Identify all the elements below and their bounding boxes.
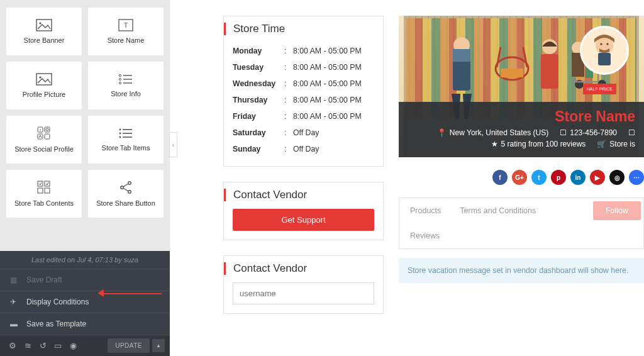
instagram-icon[interactable]: ◎	[609, 170, 625, 185]
svg-text:f: f	[40, 128, 41, 132]
store-name-title: Store Name	[408, 108, 635, 125]
contact-vendor-panel: Contact Vendor Get Support	[223, 182, 384, 240]
widget-store-share[interactable]: Store Share Button	[88, 170, 164, 218]
store-time-panel: Store Time Monday:8:00 AM - 05:00 PMTues…	[223, 16, 384, 167]
widget-store-banner[interactable]: Store Banner	[6, 8, 82, 55]
tab-reviews[interactable]: Reviews	[402, 226, 448, 246]
responsive-icon[interactable]: ▭	[50, 341, 65, 350]
widget-label: Store Tab Items	[102, 144, 150, 152]
time-row: Sunday:Off Day	[233, 141, 374, 157]
username-input[interactable]	[233, 282, 374, 304]
follow-button[interactable]: Follow	[593, 201, 641, 220]
widget-store-tab-contents[interactable]: Store Tab Contents	[6, 170, 82, 218]
time-row: Thursday:8:00 AM - 05:00 PM	[233, 92, 374, 108]
svg-point-20	[119, 133, 121, 135]
svg-rect-49	[598, 53, 611, 65]
widget-label: Store Banner	[24, 36, 65, 44]
history-icon[interactable]: ↺	[35, 341, 50, 350]
widget-profile-picture[interactable]: Profile Picture	[6, 62, 82, 109]
youtube-icon[interactable]: ▶	[590, 170, 605, 185]
widget-store-social[interactable]: f Store Social Profile	[6, 116, 82, 164]
time-day: Wednesday	[233, 79, 284, 88]
tab-products[interactable]: Products	[402, 201, 449, 221]
grid-icon	[37, 181, 51, 194]
settings-icon[interactable]: ⚙	[5, 341, 20, 350]
star-icon: ★	[491, 140, 498, 148]
twitter-icon[interactable]: t	[531, 170, 547, 185]
display-conditions-button[interactable]: ✈ Display Conditions	[0, 291, 170, 313]
store-tabs-row: Products Terms and Conditions Follow Rev…	[399, 197, 644, 249]
preview-left-column: Store Time Monday:8:00 AM - 05:00 PMTues…	[223, 16, 384, 340]
linkedin-icon[interactable]: in	[570, 170, 586, 185]
save-icon: ▦	[10, 275, 21, 284]
update-options-button[interactable]: ▲	[152, 339, 165, 352]
time-hours: 8:00 AM - 05:00 PM	[293, 63, 362, 72]
pinterest-icon[interactable]: p	[551, 170, 566, 185]
svg-rect-0	[36, 19, 52, 31]
svg-point-8	[119, 78, 121, 80]
time-hours: 8:00 AM - 05:00 PM	[293, 47, 362, 55]
panel-title: Store Time	[224, 23, 374, 35]
svg-rect-14	[45, 127, 50, 132]
widget-label: Profile Picture	[23, 91, 65, 98]
widget-label: Store Share Button	[96, 199, 155, 207]
save-draft-button[interactable]: ▦ Save Draft	[0, 269, 170, 291]
cart-icon: 🛒	[597, 140, 606, 148]
widget-store-tab-items[interactable]: Store Tab Items	[88, 116, 164, 164]
time-row: Wednesday:8:00 AM - 05:00 PM	[233, 75, 374, 92]
time-row: Saturday:Off Day	[233, 125, 374, 141]
panel-title: Contact Vendor	[224, 189, 374, 201]
get-support-button[interactable]: Get Support	[233, 209, 374, 231]
time-hours: 8:00 AM - 05:00 PM	[293, 112, 362, 121]
widget-store-name[interactable]: T Store Name	[88, 8, 164, 55]
half-price-badge: HALF PRICE	[583, 84, 616, 94]
svg-point-15	[46, 128, 48, 131]
tab-terms[interactable]: Terms and Conditions	[452, 201, 544, 221]
store-avatar	[580, 26, 629, 75]
widget-store-info[interactable]: Store Info	[88, 62, 164, 109]
time-day: Monday	[233, 47, 284, 55]
text-frame-icon: T	[118, 19, 133, 31]
svg-rect-24	[38, 181, 43, 186]
store-phone: ☐123-456-7890	[560, 128, 617, 137]
update-button[interactable]: UPDATE	[108, 338, 150, 353]
svg-point-1	[39, 22, 41, 24]
svg-rect-35	[453, 49, 470, 62]
time-hours: 8:00 AM - 05:00 PM	[293, 79, 362, 88]
flickr-icon[interactable]: ⋯	[629, 170, 644, 185]
svg-rect-17	[45, 134, 50, 139]
time-row: Tuesday:8:00 AM - 05:00 PM	[233, 59, 374, 75]
time-day: Tuesday	[233, 63, 284, 72]
svg-point-6	[119, 74, 121, 76]
google-plus-icon[interactable]: G+	[512, 170, 527, 185]
social-icons-row: f G+ t p in ▶ ◎ ⋯	[399, 166, 644, 189]
collapse-sidebar-button[interactable]: ‹	[169, 132, 177, 157]
svg-rect-38	[541, 54, 558, 89]
svg-text:T: T	[124, 21, 128, 29]
svg-point-10	[119, 82, 121, 84]
phone-icon: ☐	[560, 128, 567, 137]
svg-line-31	[123, 184, 128, 187]
widget-label: Store Info	[111, 90, 141, 97]
widget-label: Store Name	[108, 36, 145, 44]
time-day: Thursday	[233, 96, 284, 104]
store-status: 🛒Store is	[597, 140, 635, 148]
time-hours: Off Day	[293, 128, 319, 137]
facebook-icon[interactable]: f	[492, 170, 508, 185]
preview-icon[interactable]: ◉	[65, 341, 80, 350]
navigator-icon[interactable]: ≋	[20, 341, 35, 350]
widget-label: Store Social Profile	[14, 145, 74, 153]
svg-point-30	[128, 191, 131, 194]
footer-label: Display Conditions	[26, 298, 89, 306]
save-as-template-button[interactable]: ▬ Save as Template	[0, 313, 170, 335]
preview-canvas: Store Time Monday:8:00 AM - 05:00 PMTues…	[170, 0, 644, 356]
svg-point-5	[39, 76, 41, 78]
list-icon	[118, 128, 133, 139]
preview-right-column: HALF PRICE Store Name 📍New York, United …	[399, 16, 644, 340]
contact-form-panel: Contact Vendor	[223, 255, 384, 314]
time-row: Friday:8:00 AM - 05:00 PM	[233, 108, 374, 125]
store-rating: ★5 rating from 100 reviews	[491, 140, 586, 148]
footer-label: Save as Template	[26, 320, 86, 328]
time-day: Sunday	[233, 145, 284, 153]
panel-title: Contact Vendor	[224, 262, 374, 275]
